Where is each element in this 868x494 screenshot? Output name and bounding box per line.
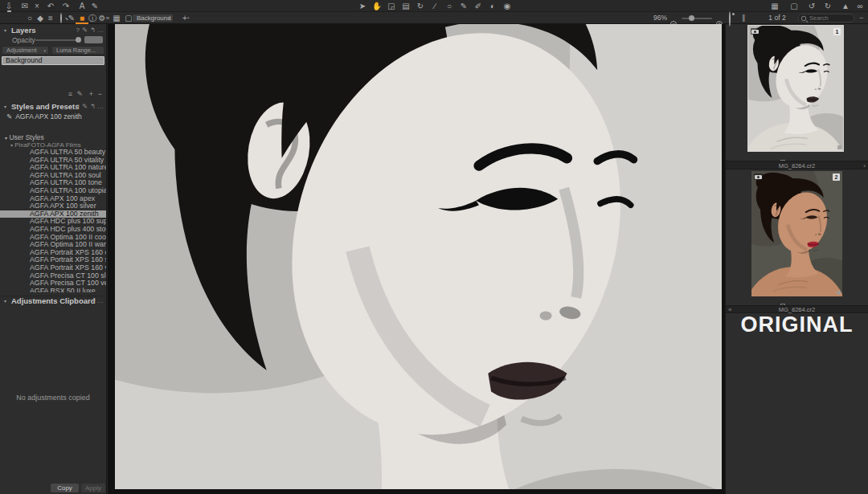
exposure-icon: ≡ xyxy=(48,12,53,24)
browser-panel: ∥ 1 of 2 Search − 1 ••••• MG_8264.cr2 › xyxy=(725,24,868,494)
main-photo[interactable] xyxy=(115,24,722,489)
zoom-percent-value: 96% xyxy=(646,12,667,24)
eye-icon[interactable] xyxy=(729,12,740,27)
brush-icon: ✎ xyxy=(68,12,75,24)
opacity-slider-knob[interactable] xyxy=(76,37,81,43)
chevron-down-icon: ▾ xyxy=(187,12,190,24)
thumbnail-variant-1[interactable]: 1 xyxy=(747,25,844,152)
brush-icon: ✎ xyxy=(6,112,12,120)
keystone-tool-icon[interactable]: ▤ xyxy=(399,0,412,12)
next-variant-icon[interactable]: › xyxy=(863,161,866,170)
caret-down-icon: ▾ xyxy=(5,136,7,141)
compare-pin-icon[interactable]: ∥ xyxy=(742,12,746,24)
remove-layer-icon[interactable]: − xyxy=(98,89,102,99)
exposure-warning-icon[interactable]: ▲ xyxy=(839,0,852,12)
recipe-proofing-icon[interactable]: ∞ xyxy=(854,0,866,12)
linear-gradient-mask-tool-icon[interactable]: ◐ xyxy=(486,0,499,12)
annotations-icon[interactable]: A xyxy=(76,0,88,12)
add-layer-icon[interactable]: + xyxy=(89,89,93,99)
help-icon[interactable]: ? xyxy=(76,102,80,112)
layers-title: Layers xyxy=(11,26,36,35)
image-viewer xyxy=(108,24,725,494)
pose-count: 1 of 2 xyxy=(758,12,796,24)
panel-menu-icon[interactable]: … xyxy=(97,296,104,306)
zoom-slider-knob[interactable] xyxy=(689,15,694,21)
edit-icon[interactable]: ✎ xyxy=(82,102,88,112)
layer-mask-icon[interactable]: ≡ xyxy=(68,89,72,99)
lens-icon: ○ xyxy=(27,12,32,24)
opacity-slider[interactable] xyxy=(35,39,80,41)
erase-mask-tool-icon[interactable]: ✐ xyxy=(472,0,485,12)
multi-view-icon[interactable]: ▦ xyxy=(110,12,123,24)
straighten-tool-icon[interactable]: ∕ xyxy=(428,0,441,12)
original-label: ORIGINAL xyxy=(726,312,868,337)
color-icon: ◆ xyxy=(37,12,43,24)
rating-row: ••••• xyxy=(726,298,868,304)
export-icon[interactable]: ✉ xyxy=(18,0,31,12)
crop-tool-icon[interactable]: ◲ xyxy=(385,0,398,12)
collapse-browser-icon[interactable]: − xyxy=(859,12,863,24)
reset-icon[interactable]: ↰ xyxy=(90,102,96,112)
panel-menu-icon[interactable]: … xyxy=(97,26,104,35)
apply-button[interactable]: Apply xyxy=(81,484,105,492)
spot-removal-tool-icon[interactable]: ○ xyxy=(443,0,456,12)
radial-gradient-mask-tool-icon[interactable]: ◉ xyxy=(501,0,514,12)
help-icon[interactable]: ? xyxy=(92,296,96,306)
style-item[interactable]: AGFA RSX 50 II luxe xyxy=(0,288,106,292)
redo-icon[interactable]: ↷ xyxy=(59,0,72,12)
process-badge-icon xyxy=(837,291,841,295)
copy-button[interactable]: Copy xyxy=(51,484,79,492)
caret-down-icon: ▾ xyxy=(4,296,6,306)
draw-annotation-icon[interactable]: ✎ xyxy=(88,0,101,12)
layer-select-dropdown[interactable]: Background ▾ xyxy=(132,14,174,22)
caret-down-icon: ▾ xyxy=(10,143,13,148)
rotate-tool-icon[interactable]: ↻ xyxy=(414,0,427,12)
layers-header[interactable]: ▾ Layers ? ✎ ↰ … xyxy=(0,26,106,35)
adjustments-clipboard-title: Adjustments Clipboard xyxy=(11,296,96,306)
layer-row-background[interactable]: Background xyxy=(2,56,104,65)
capture-one-window: ⇩ ✉ × ↶ ↷ A ✎ ➤ ✋ ◲ ▤ ↻ ∕ ○ ✎ ✐ ◐ ◉ ▦ ▢ … xyxy=(0,0,868,494)
styles-folder[interactable]: ▾ PixaFOTO-AGFA Films xyxy=(0,141,106,149)
panel-menu-icon[interactable]: … xyxy=(97,102,104,112)
search-input[interactable]: Search xyxy=(798,14,854,22)
browser-header: ∥ 1 of 2 Search − xyxy=(726,12,868,24)
filename-label: MG_8264.cr2 xyxy=(726,161,868,170)
layer-draw-icon[interactable]: ✎ xyxy=(76,89,83,99)
proof-margin-icon[interactable]: ▢ xyxy=(788,0,800,12)
styles-presets-title: Styles and Presets xyxy=(11,102,80,112)
draw-mask-tool-icon[interactable]: ✎ xyxy=(457,0,470,12)
styles-presets-header[interactable]: ▾ Styles and Presets ? ✎ ↰ … xyxy=(0,102,106,112)
pan-tool-icon[interactable]: ✋ xyxy=(371,0,383,12)
search-placeholder: Search xyxy=(809,14,829,22)
help-icon[interactable]: ? xyxy=(76,26,80,35)
styles-list: AGFA ULTRA 50 beauty AGFA ULTRA 50 vital… xyxy=(0,149,106,292)
reset-icon[interactable]: ↰ xyxy=(90,26,96,35)
raw-badge-icon xyxy=(754,174,763,180)
edit-icon[interactable]: ✎ xyxy=(82,26,88,35)
styles-icon: ■ xyxy=(80,12,84,24)
rating-row: ••••• xyxy=(726,154,868,160)
viewer-layout-icon[interactable]: ▦ xyxy=(768,0,781,12)
opacity-value-field[interactable] xyxy=(84,36,103,43)
applied-style-row[interactable]: ✎AGFA APX 100 zenith xyxy=(6,112,82,120)
user-styles-root[interactable]: ▾ User Styles xyxy=(0,134,106,141)
chevron-down-icon: ▾ xyxy=(168,14,170,22)
variant-number-badge: 2 xyxy=(833,174,840,181)
adjustment-type-dropdown[interactable]: Adjustment ▾ xyxy=(2,46,49,55)
caret-down-icon: ▾ xyxy=(4,26,6,35)
rotate-right-icon[interactable]: ↻ xyxy=(821,0,834,12)
variant-number-badge: 1 xyxy=(833,28,841,35)
luma-range-button[interactable]: Luma Range... xyxy=(51,46,104,55)
raw-badge-icon xyxy=(751,28,760,35)
undo-icon[interactable]: ↶ xyxy=(44,0,57,12)
process-badge-icon xyxy=(837,145,841,149)
loupe-icon xyxy=(60,13,62,23)
thumbnail-variant-2[interactable]: 2 xyxy=(751,171,842,296)
main-toolbar: ⇩ ✉ × ↶ ↷ A ✎ ➤ ✋ ◲ ▤ ↻ ∕ ○ ✎ ✐ ◐ ◉ ▦ ▢ … xyxy=(0,0,868,12)
search-icon xyxy=(801,16,806,21)
delete-icon[interactable]: × xyxy=(31,0,43,12)
select-tool-icon[interactable]: ➤ xyxy=(356,0,369,12)
rotate-left-icon[interactable]: ↺ xyxy=(805,0,818,12)
zoom-slider[interactable] xyxy=(682,18,712,19)
adjustments-clipboard-header[interactable]: ▾ Adjustments Clipboard ? … xyxy=(0,296,106,305)
